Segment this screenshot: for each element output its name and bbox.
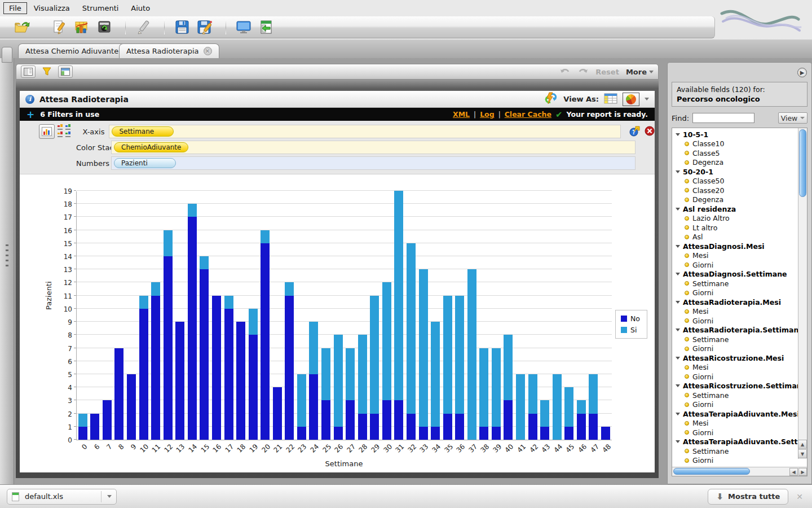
bar-segment-no-26[interactable] <box>334 427 343 440</box>
view-dropdown-button[interactable]: View <box>778 112 807 124</box>
color-stack-value-pill[interactable]: ChemioAdiuvante <box>114 142 188 152</box>
bar-segment-no-15[interactable] <box>200 269 209 440</box>
bar-segment-si-31[interactable] <box>394 191 403 400</box>
bar-segment-no-33[interactable] <box>419 427 428 440</box>
bar-segment-no-47[interactable] <box>589 414 598 440</box>
bar-segment-no-12[interactable] <box>164 256 173 440</box>
tree-field-mesi[interactable]: Mesi <box>676 251 791 261</box>
add-filter-icon[interactable]: + <box>27 109 34 120</box>
tree-field-settimane[interactable]: Settimane <box>676 279 791 288</box>
tab-close-icon[interactable]: ✕ <box>204 47 212 55</box>
stacked-bar-48[interactable] <box>601 427 610 440</box>
bar-segment-si-43[interactable] <box>540 400 549 426</box>
tree-field-lt-altro[interactable]: Lt altro <box>676 223 791 233</box>
tree-group-2[interactable]: Asl residenza <box>676 204 791 214</box>
tree-expand-icon[interactable] <box>676 273 680 275</box>
stacked-bar-31[interactable] <box>394 191 403 440</box>
stacked-bar-0[interactable] <box>78 414 87 440</box>
bar-segment-si-15[interactable] <box>200 256 209 269</box>
multi-chart-type-icon[interactable] <box>57 124 72 139</box>
bar-segment-si-22[interactable] <box>285 282 294 295</box>
tree-group-4[interactable]: AttesaDiagnosi.Settimane <box>676 270 791 279</box>
bar-segment-si-42[interactable] <box>528 374 537 414</box>
tree-field-lazio-altro[interactable]: Lazio Altro <box>676 214 791 224</box>
stacked-bar-33[interactable] <box>419 269 428 440</box>
scroll-up-icon[interactable]: ▲ <box>798 440 807 449</box>
stacked-bar-45[interactable] <box>564 387 573 440</box>
tree-expand-icon[interactable] <box>676 170 680 173</box>
x-axis-value-pill[interactable]: Settimane <box>112 126 174 137</box>
stacked-bar-29[interactable] <box>370 296 379 440</box>
stacked-bar-6[interactable] <box>90 414 99 440</box>
stacked-bar-14[interactable] <box>188 204 197 440</box>
bar-segment-si-37[interactable] <box>467 269 476 440</box>
bar-segment-si-0[interactable] <box>78 414 87 427</box>
stacked-bar-22[interactable] <box>285 282 294 440</box>
bar-segment-si-11[interactable] <box>151 282 160 295</box>
stacked-bar-32[interactable] <box>407 243 416 440</box>
bar-segment-no-19[interactable] <box>249 335 258 440</box>
edit-icon[interactable] <box>134 19 153 36</box>
tree-group-3[interactable]: AttesaDiagnosi.Mesi <box>676 242 791 251</box>
info-icon[interactable]: i <box>25 95 34 104</box>
left-panel-grip[interactable] <box>6 244 8 268</box>
collapsed-left-panel[interactable] <box>0 58 14 484</box>
filter-icon[interactable] <box>39 65 54 78</box>
menu-file[interactable]: File <box>3 2 27 14</box>
bar-segment-no-32[interactable] <box>407 414 416 440</box>
stacked-bar-34[interactable] <box>431 322 440 440</box>
tree-field-classe20[interactable]: Classe20 <box>676 186 791 195</box>
bar-segment-si-40[interactable] <box>504 335 513 400</box>
view-as-dropdown-icon[interactable] <box>645 98 649 100</box>
view-as-table-icon[interactable] <box>604 93 617 106</box>
tree-expand-icon[interactable] <box>676 357 680 360</box>
tree-field-classe10[interactable]: Classe10 <box>676 139 791 149</box>
tree-group-1[interactable]: 50-20-1 <box>676 167 791 177</box>
bar-segment-no-36[interactable] <box>455 414 464 440</box>
tree-field-giorni[interactable]: Giorni <box>676 316 791 326</box>
stacked-bar-20[interactable] <box>261 230 270 440</box>
tree-expand-icon[interactable] <box>676 208 680 211</box>
scroll-down-icon[interactable]: ▼ <box>798 449 807 458</box>
save-icon[interactable] <box>173 19 192 36</box>
bar-segment-si-28[interactable] <box>358 335 367 413</box>
bar-segment-si-25[interactable] <box>321 348 330 401</box>
bar-segment-no-9[interactable] <box>127 374 136 440</box>
tree-field-mesi[interactable]: Mesi <box>676 363 791 373</box>
log-link[interactable]: Log <box>480 110 495 119</box>
stacked-bar-38[interactable] <box>479 348 488 440</box>
stacked-bar-24[interactable] <box>309 322 318 440</box>
stacked-bar-15[interactable] <box>200 256 209 440</box>
bar-segment-si-12[interactable] <box>164 230 173 256</box>
bar-segment-no-7[interactable] <box>103 400 112 440</box>
stacked-bar-19[interactable] <box>249 309 258 440</box>
bar-segment-no-43[interactable] <box>540 427 549 440</box>
tree-field-settimane[interactable]: Settimane <box>676 335 791 344</box>
show-all-button[interactable]: ⬇ Mostra tutte <box>708 489 788 505</box>
bar-segment-no-11[interactable] <box>151 296 160 440</box>
bar-segment-no-25[interactable] <box>321 400 330 440</box>
open-report-icon[interactable] <box>12 19 32 36</box>
bar-segment-si-24[interactable] <box>309 322 318 374</box>
bar-segment-si-20[interactable] <box>261 230 270 243</box>
bar-segment-no-24[interactable] <box>309 374 318 440</box>
export-icon[interactable] <box>257 19 276 36</box>
bar-segment-no-17[interactable] <box>224 309 233 440</box>
tree-group-7[interactable]: AttesaRicostruzione.Mesi <box>676 353 791 363</box>
view-as-chart-selected[interactable] <box>623 93 639 106</box>
tree-field-giorni[interactable]: Giorni <box>676 456 791 466</box>
stacked-bar-39[interactable] <box>492 348 501 440</box>
bar-segment-no-27[interactable] <box>346 400 355 440</box>
tree-group-9[interactable]: AttesaTerapiaAdiuvante.Mesi <box>676 409 791 419</box>
bar-segment-no-30[interactable] <box>382 400 391 440</box>
bar-segment-si-30[interactable] <box>382 282 391 400</box>
stacked-bar-46[interactable] <box>577 400 586 440</box>
bar-segment-si-26[interactable] <box>334 335 343 426</box>
tree-group-6[interactable]: AttesaRadioterapia.Settimane <box>676 326 791 335</box>
preview-icon[interactable] <box>234 19 253 36</box>
redo-icon[interactable] <box>577 67 589 77</box>
bar-segment-no-31[interactable] <box>394 400 403 440</box>
bar-segment-si-41[interactable] <box>516 374 525 440</box>
bar-segment-no-20[interactable] <box>261 243 270 440</box>
tree-expand-icon[interactable] <box>676 301 680 304</box>
